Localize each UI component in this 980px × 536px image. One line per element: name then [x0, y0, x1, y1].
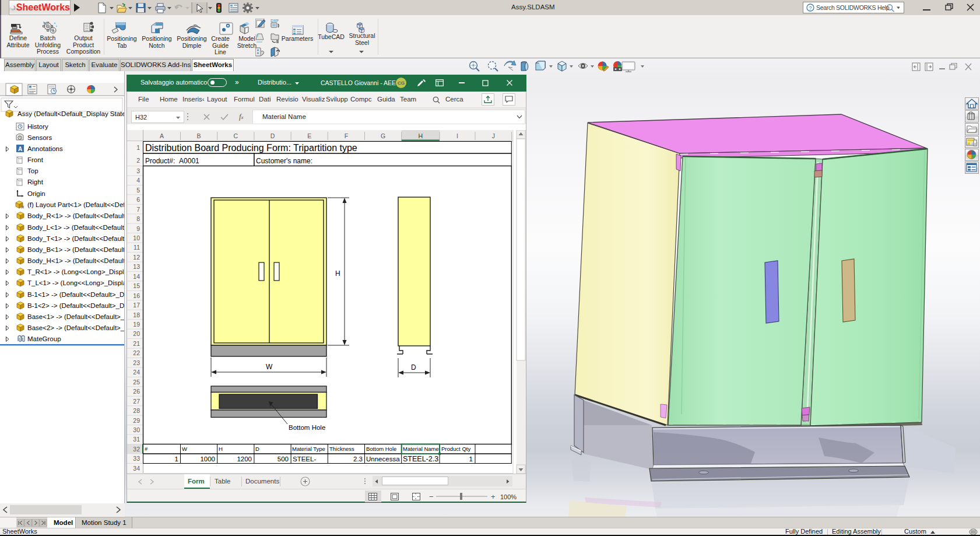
svg-text:1000: 1000 [200, 456, 215, 463]
svg-text:15: 15 [133, 282, 140, 289]
svg-text:10: 10 [133, 234, 140, 241]
svg-text:M: M [255, 34, 258, 37]
svg-text:DXF: DXF [271, 19, 279, 23]
svg-text:26: 26 [133, 388, 140, 395]
svg-text:STEEL-: STEEL- [293, 456, 316, 463]
svg-text:24: 24 [133, 369, 140, 376]
svg-text:1: 1 [136, 144, 140, 151]
svg-text:F: F [345, 132, 348, 139]
svg-text:33: 33 [133, 455, 140, 462]
svg-text:Base<1> -> (Default<<Default>_: Base<1> -> (Default<<Default>_Dis [27, 313, 124, 320]
svg-text:31: 31 [133, 436, 140, 443]
svg-text:4: 4 [136, 177, 140, 184]
svg-text:1: 1 [469, 456, 473, 463]
svg-text:500: 500 [278, 456, 289, 463]
svg-text:Bottom Hole: Bottom Hole [366, 446, 396, 452]
svg-text:T_R<1> -> (Long<<Long>_Display: T_R<1> -> (Long<<Long>_Display S [27, 268, 124, 275]
svg-text:Customer's name:: Customer's name: [256, 157, 312, 165]
svg-text:Body_H<1> -> (Default<<Default: Body_H<1> -> (Default<<Default>_ [27, 257, 124, 264]
svg-text:19: 19 [133, 321, 140, 328]
svg-text:(f) Layout Part<1> (Default<<D: (f) Layout Part<1> (Default<<Defau [27, 201, 124, 208]
svg-text:Right: Right [27, 178, 44, 185]
svg-text:D: D [255, 446, 259, 452]
svg-text:11: 11 [134, 244, 140, 251]
svg-text:Body_B<1> -> (Default<<Default: Body_B<1> -> (Default<<Default>_ [27, 246, 124, 253]
svg-text:30: 30 [133, 426, 140, 433]
svg-text:MateGroup: MateGroup [27, 335, 61, 342]
svg-text:2.3: 2.3 [353, 456, 363, 463]
svg-text:A: A [160, 132, 164, 139]
svg-text:Body_L<1> -> (Default<<Default: Body_L<1> -> (Default<<Default>_ [27, 224, 124, 231]
svg-text:A: A [18, 146, 22, 152]
svg-text:?: ? [809, 5, 812, 11]
svg-text:Base<2> -> (Default<<Default>_: Base<2> -> (Default<<Default>_Dis [27, 324, 124, 331]
svg-text:6: 6 [136, 196, 140, 203]
svg-text:Origin: Origin [27, 190, 45, 197]
svg-text:20: 20 [133, 330, 140, 337]
svg-text:B-1<2> -> (Default<<Default>_D: B-1<2> -> (Default<<Default>_Disp [27, 302, 124, 309]
svg-text:W: W [182, 446, 187, 452]
svg-text:14: 14 [133, 273, 140, 280]
svg-text:I: I [456, 132, 458, 139]
svg-text:H: H [419, 132, 423, 139]
svg-text:34: 34 [133, 465, 140, 472]
svg-text:22: 22 [133, 349, 140, 356]
svg-text:16: 16 [133, 292, 140, 299]
svg-text:Top: Top [27, 167, 38, 174]
svg-text:18: 18 [133, 311, 140, 318]
svg-text:12: 12 [133, 254, 140, 261]
svg-text:Product#: A0001: Product#: A0001 [145, 157, 199, 165]
svg-text:Product Qty: Product Qty [441, 446, 470, 452]
svg-text:Assy (Default<Default_Display: Assy (Default<Default_Display State-1>) [17, 110, 124, 117]
svg-text:Material Type: Material Type [292, 446, 325, 452]
svg-text:1200: 1200 [237, 456, 252, 463]
svg-text:32: 32 [133, 446, 140, 453]
svg-text:5: 5 [136, 187, 140, 194]
svg-text:2: 2 [136, 157, 140, 164]
svg-text:Thickness: Thickness [329, 446, 354, 452]
svg-text:Bottom Hole: Bottom Hole [289, 424, 325, 431]
svg-text:1: 1 [175, 456, 178, 463]
svg-text:Front: Front [27, 156, 44, 163]
svg-text:3: 3 [136, 167, 140, 174]
svg-text:13: 13 [133, 263, 140, 270]
svg-text:Body_R<1> -> (Default<<Default: Body_R<1> -> (Default<<Default>_ [27, 212, 124, 219]
svg-text:#: # [145, 446, 148, 452]
svg-text:21: 21 [133, 340, 140, 347]
svg-text:9: 9 [136, 225, 140, 232]
svg-text:8: 8 [136, 215, 140, 222]
svg-text:27: 27 [133, 398, 140, 405]
svg-text:H: H [335, 269, 340, 278]
svg-text:STEEL-2.3: STEEL-2.3 [403, 455, 438, 463]
svg-text:Body_T<1> -> (Default<<Default: Body_T<1> -> (Default<<Default>_ [27, 235, 124, 242]
svg-text:23: 23 [133, 359, 140, 366]
svg-text:D: D [411, 363, 416, 372]
svg-text:Unnecessa: Unnecessa [366, 456, 400, 463]
svg-text:B-1<1> -> (Default<<Default>_D: B-1<1> -> (Default<<Default>_Disp [27, 291, 124, 298]
svg-text:29: 29 [133, 417, 140, 424]
svg-text:28: 28 [133, 407, 140, 414]
svg-text:Annotations: Annotations [27, 145, 63, 152]
svg-text:B: B [196, 132, 201, 139]
svg-text:Sensors: Sensors [27, 134, 52, 141]
svg-text:C: C [234, 132, 238, 139]
svg-text:History: History [27, 123, 48, 130]
svg-text:H: H [219, 446, 223, 452]
svg-text:D: D [271, 132, 275, 139]
svg-text:T_L<1> -> (Long<<Long>_Display: T_L<1> -> (Long<<Long>_Display S [27, 279, 124, 286]
svg-text:J: J [492, 132, 495, 139]
svg-text:Material Name: Material Name [403, 446, 439, 452]
svg-text:W: W [266, 363, 273, 371]
svg-text:25: 25 [133, 379, 140, 386]
svg-text:7: 7 [136, 206, 140, 213]
svg-text:G: G [381, 132, 385, 139]
svg-text:E: E [307, 132, 311, 139]
svg-text:Distribution Board Producing F: Distribution Board Producing Form: Tripa… [145, 143, 357, 153]
svg-text:17: 17 [133, 302, 140, 309]
